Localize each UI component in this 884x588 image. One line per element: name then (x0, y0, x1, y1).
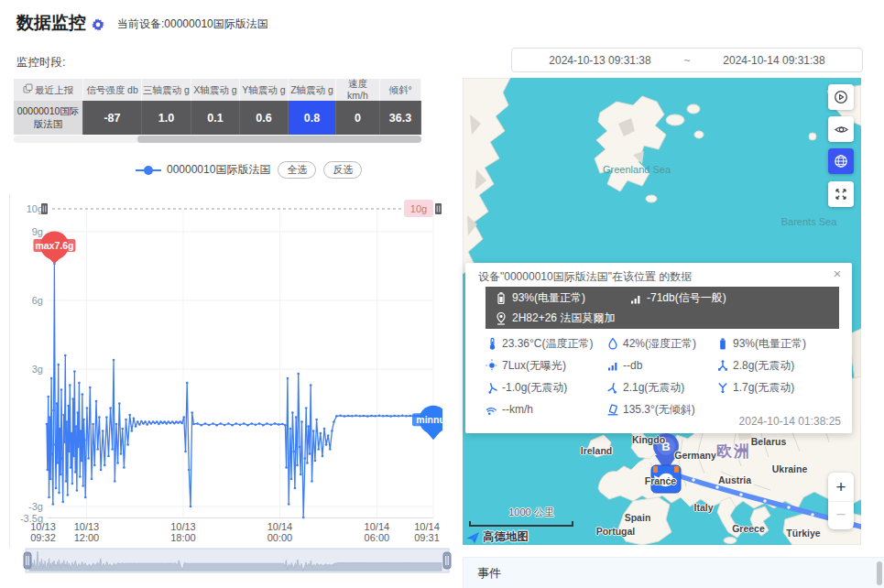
vehicle-mirror-right (674, 466, 679, 473)
vibration-x-icon (486, 381, 498, 394)
location-pin-icon (495, 311, 507, 325)
svg-text:9g: 9g (32, 226, 43, 237)
tilt-value-cell[interactable]: 36.3 (380, 101, 421, 135)
metric-battery: 93%(电量正常) (716, 332, 839, 354)
start-datetime-input[interactable]: 2024-10-13 09:31:38 (531, 54, 669, 67)
current-device-label: 当前设备:00000010国际版法国 (117, 16, 268, 32)
copy-icon (23, 83, 33, 96)
col-header-tilt: 倾斜° (380, 79, 421, 101)
map-play-button[interactable] (828, 84, 854, 110)
zoom-in-button[interactable]: + (828, 473, 854, 501)
metric-tilt: 135.3°(无倾斜) (606, 398, 716, 420)
battery-icon (716, 337, 729, 351)
table-scrollbar-thumb[interactable] (137, 136, 421, 143)
vib3-value-cell[interactable]: 1.0 (142, 101, 191, 135)
col-header-viby: Y轴震动 g (240, 79, 289, 101)
signal-icon (606, 359, 619, 372)
map-visibility-button[interactable] (828, 116, 854, 142)
svg-text:10/1400:00: 10/1400:00 (267, 521, 293, 543)
legend-line-icon (136, 169, 161, 171)
legend-series-label[interactable]: 00000010国际版法国 (167, 162, 270, 178)
metric-vibration-z: 1.7g(无震动) (716, 376, 839, 398)
select-all-button[interactable]: 全选 (278, 161, 316, 179)
vibration-line-chart[interactable]: 10g9g6g3g-3g-3.5g10g10/1309:3210/1312:00… (10, 194, 442, 548)
vehicle-marker[interactable] (651, 465, 681, 493)
markline-handle[interactable] (41, 203, 48, 214)
signal-icon (629, 292, 642, 305)
light-icon (486, 359, 498, 372)
metric-speed: --km/h (486, 398, 606, 420)
end-datetime-input[interactable]: 2024-10-14 09:31:38 (705, 54, 843, 67)
col-header-last-report: 最近上报 (14, 79, 83, 101)
speed-value-cell[interactable]: 0 (336, 101, 380, 135)
events-scrollbar-thumb[interactable] (877, 561, 882, 585)
vibration-y-icon (606, 381, 619, 394)
summary-location: 2H82+26 法国莫爾加 (495, 310, 615, 326)
play-icon (840, 94, 844, 99)
metric-vibration-3axis: 2.8g(无震动) (716, 354, 839, 376)
col-header-signal: 信号强度 db (83, 79, 142, 101)
map-fullscreen-button[interactable] (828, 181, 854, 207)
chart-legend: 00000010国际版法国 全选 反选 (136, 161, 362, 179)
settings-gear-icon[interactable] (91, 17, 105, 32)
paper-plane-icon (465, 530, 480, 545)
close-icon[interactable]: × (830, 267, 845, 281)
speed-icon (486, 403, 498, 416)
date-range-picker[interactable]: 2024-10-13 09:31:38 ~ 2024-10-14 09:31:3… (511, 48, 863, 72)
map-layers-button-active[interactable] (828, 148, 854, 174)
svg-text:-3g: -3g (28, 501, 43, 512)
humidity-icon (606, 337, 619, 350)
svg-text:10/1409:31: 10/1409:31 (414, 521, 440, 543)
metric-vibration-y: 2.1g(无震动) (606, 376, 716, 398)
date-range-separator: ~ (669, 54, 705, 67)
monitor-period-label: 监控时段: (16, 55, 65, 71)
svg-text:10/1309:32: 10/1309:32 (30, 521, 56, 543)
datazoom-slider[interactable] (22, 547, 453, 580)
metric-signal: --db (606, 354, 716, 376)
metric-vibration-x: -1.0g(无震动) (486, 376, 606, 398)
markline-handle[interactable] (435, 203, 442, 214)
popup-timestamp: 2024-10-14 01:38:25 (739, 415, 841, 428)
metric-humidity: 42%(湿度正常) (606, 332, 716, 354)
vibration-chart-container: 10g9g6g3g-3g-3.5g10g10/1309:3210/1312:00… (9, 194, 442, 548)
svg-text:10/1318:00: 10/1318:00 (170, 521, 196, 543)
invert-select-button[interactable]: 反选 (323, 161, 362, 179)
min-markpoint[interactable]: minnull (412, 406, 442, 441)
metric-light: 7Lux(无曝光) (486, 354, 606, 376)
svg-text:10g: 10g (27, 203, 43, 214)
svg-text:6g: 6g (32, 295, 43, 306)
zoom-out-button[interactable]: − (828, 501, 854, 529)
fullscreen-icon (834, 187, 848, 201)
svg-text:10/1312:00: 10/1312:00 (74, 521, 100, 543)
datazoom-handle-right[interactable] (443, 552, 451, 569)
data-monitor-page: 数据监控 当前设备:00000010国际版法国 监控时段: 最近上报 信号强度 … (0, 0, 884, 588)
vibration-z-icon (716, 381, 729, 394)
battery-icon (495, 291, 507, 305)
amap-logo-text: 高德地图 (483, 529, 529, 545)
metric-temperature: 23.36°C(温度正常) (486, 332, 606, 354)
svg-text:10/1406:00: 10/1406:00 (365, 521, 390, 543)
map-scale-bar (469, 521, 573, 527)
col-header-vib3: 三轴震动 g (142, 79, 191, 101)
vibration-3axis-icon (716, 359, 729, 372)
series-line (47, 264, 433, 517)
datazoom-handle-left[interactable] (24, 552, 31, 569)
vehicle-mirror-left (653, 466, 658, 473)
col-header-speed: 速度 km/h (336, 79, 380, 101)
events-panel: 事件 (463, 557, 884, 588)
viby-value-cell[interactable]: 0.6 (240, 101, 289, 135)
svg-text:max7.6g: max7.6g (35, 240, 73, 251)
signal-value-cell[interactable]: -87 (83, 101, 142, 135)
thermometer-icon (486, 337, 498, 351)
svg-text:10g: 10g (410, 203, 427, 214)
summary-battery: 93%(电量正常) (495, 290, 585, 306)
point-b-letter: B (661, 440, 670, 453)
amap-logo[interactable]: 高德地图 (465, 529, 529, 545)
vibz-value-cell-selected[interactable]: 0.8 (289, 101, 336, 135)
col-header-label: 最近上报 (35, 84, 73, 96)
device-name-cell[interactable]: 00000010国际版法国 (14, 101, 83, 135)
map-zoom-control: + − (828, 473, 854, 529)
vibx-value-cell[interactable]: 0.1 (191, 101, 240, 135)
summary-signal: -71db(信号一般) (629, 290, 726, 306)
page-title: 数据监控 (16, 11, 86, 35)
